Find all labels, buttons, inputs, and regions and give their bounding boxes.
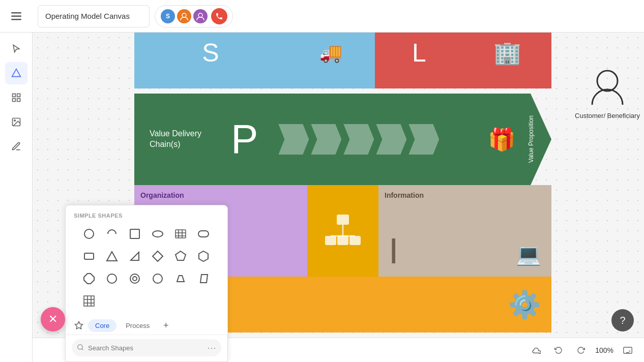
svg-marker-30 [131,252,139,260]
shape-octagon[interactable] [79,268,99,289]
cell-location: L [375,33,463,88]
shape-hexagon[interactable] [193,246,214,266]
shapes-header: SIMPLE SHAPES [66,205,227,314]
menu-button[interactable] [0,0,33,33]
svg-rect-8 [12,99,15,102]
avatar-3[interactable] [193,9,208,23]
top-row: S 🚚 L 🏢 [134,33,551,88]
svg-marker-5 [12,69,20,77]
sidebar-image-tool[interactable] [5,111,27,133]
call-button[interactable] [211,8,227,24]
avatar-1[interactable]: S [161,9,175,23]
canvas-area[interactable]: S 🚚 L 🏢 Value Delivery Chain(s) P [33,33,644,362]
shape-circle-3[interactable] [148,268,168,289]
shape-arc[interactable] [102,224,122,244]
svg-point-4 [198,13,202,17]
cell-building: 🏢 [463,33,551,88]
shape-diamond[interactable] [148,246,168,266]
arrow-label: Value Delivery Chain(s) [134,129,221,150]
fab-close-button[interactable]: ✕ [41,307,65,331]
svg-rect-12 [337,215,349,225]
shape-right-triangle[interactable] [125,246,145,266]
shape-square[interactable] [125,224,145,244]
shape-grid[interactable] [79,291,99,311]
svg-point-11 [14,120,15,122]
value-proposition-label: Value Proposition [516,94,546,185]
shape-parallelogram[interactable] [79,246,99,266]
chevron-4 [376,124,406,155]
chevron-3 [343,124,374,155]
gift-icon: 🎁 [488,126,516,153]
arrow-letter: P [231,116,258,163]
search-shapes-input[interactable] [88,344,203,352]
keyboard-icon[interactable] [620,342,636,358]
org-title: Organization [140,191,301,200]
svg-marker-32 [175,251,186,260]
zoom-level: 100% [595,346,613,354]
svg-line-48 [82,348,83,350]
shape-circle-2[interactable] [102,268,122,289]
shapes-grid [74,224,219,311]
avatar-2[interactable] [177,9,191,23]
collaborators-area: S [155,5,233,27]
shapes-star-icon[interactable] [72,318,86,333]
redo-button[interactable] [573,342,589,358]
building-icon: 🏢 [493,40,521,66]
chevron-2 [311,124,341,155]
shape-ring[interactable] [125,268,145,289]
chevrons [278,124,439,155]
svg-point-37 [133,277,137,281]
cloud-icon[interactable] [528,342,544,358]
svg-marker-31 [153,251,163,261]
shape-ellipse[interactable] [148,224,168,244]
shapes-search: ⋯ [72,339,221,356]
help-button[interactable]: ? [611,309,634,331]
search-icon [77,344,84,352]
gear-icon: ⚙️ [508,289,541,320]
topbar: Operating Model Canvas S [0,0,644,33]
svg-point-19 [84,229,94,238]
svg-rect-1 [11,15,21,17]
sidebar-cursor-tool[interactable] [5,38,27,60]
svg-marker-33 [199,251,208,261]
undo-button[interactable] [550,342,567,358]
sidebar-draw-tool[interactable] [5,135,27,158]
shape-triangle[interactable] [102,246,122,266]
svg-marker-40 [200,275,208,283]
svg-rect-20 [130,229,139,238]
svg-rect-15 [349,236,361,245]
svg-point-38 [153,274,162,283]
svg-rect-6 [12,94,15,97]
left-sidebar [0,33,33,362]
add-tab-button[interactable]: + [159,318,173,333]
svg-rect-7 [17,94,20,97]
tab-process[interactable]: Process [119,319,157,332]
search-more-button[interactable]: ⋯ [207,342,216,353]
shape-pentagon[interactable] [170,246,191,266]
svg-point-21 [153,231,163,237]
title-bar: Operating Model Canvas [38,5,150,27]
truck-icon: 🚚 [319,42,342,64]
svg-point-3 [182,13,186,17]
shape-rounded-rect[interactable] [193,224,214,244]
svg-rect-14 [337,236,348,245]
svg-rect-22 [175,230,186,238]
document-title: Operating Model Canvas [45,12,130,20]
svg-rect-27 [198,231,209,237]
value-prop-text: Value Proposition [528,115,535,163]
shape-trapezoid[interactable] [170,268,191,289]
svg-marker-29 [107,252,117,261]
svg-rect-2 [11,19,21,20]
svg-rect-9 [17,99,20,102]
shape-table[interactable] [170,224,191,244]
chevron-1 [278,124,309,155]
svg-point-36 [130,274,139,283]
tab-core[interactable]: Core [88,319,116,332]
sidebar-frame-tool[interactable] [5,86,27,109]
shape-skewed-rect[interactable] [193,268,214,289]
shape-circle[interactable] [79,224,99,244]
sidebar-shapes-tool[interactable] [5,62,27,84]
svg-rect-28 [84,253,94,259]
cell-information: Information I 💻 [378,185,551,277]
info-title: Information [385,191,545,200]
